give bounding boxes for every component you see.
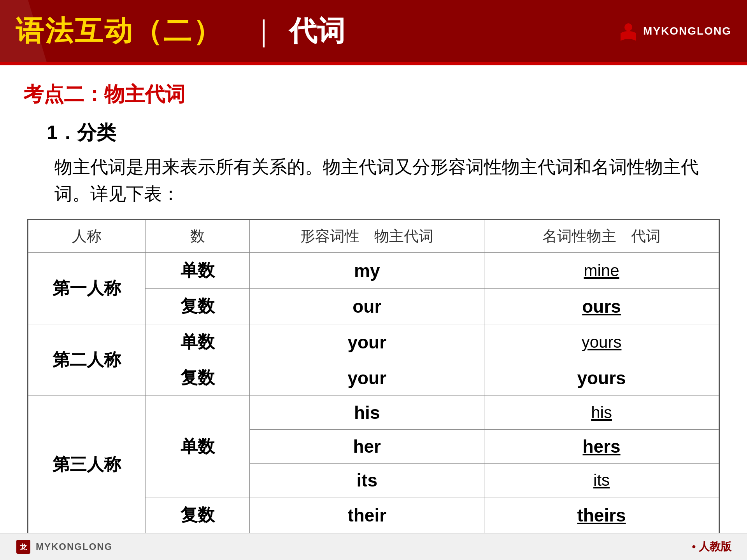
description: 物主代词是用来表示所有关系的。物主代词又分形容词性物主代词和名词性物主代词。详见… <box>54 154 724 207</box>
table-row: 第二人称 单数 your yours <box>28 324 719 360</box>
noun-yours-s: yours <box>484 324 719 360</box>
noun-ours: ours <box>484 289 719 324</box>
adj-your-p: your <box>250 360 484 396</box>
header-bottom-line <box>0 62 747 65</box>
header-xingrong: 形容词性 物主代词 <box>250 220 484 253</box>
noun-yours-p: yours <box>484 360 719 396</box>
person-1: 第一人称 <box>28 253 146 324</box>
num-plural-3: 复数 <box>146 497 250 533</box>
footer-right: 人教版 <box>692 539 731 554</box>
svg-text:龙: 龙 <box>19 543 27 551</box>
adj-his: his <box>250 396 484 430</box>
person-3: 第三人称 <box>28 396 146 533</box>
noun-hers: hers <box>484 430 719 464</box>
header-shu: 数 <box>146 220 250 253</box>
table-header-row: 人称 数 形容词性 物主代词 名词性物主 代词 <box>28 220 719 253</box>
header-logo: MYKONGLONG <box>617 19 731 43</box>
noun-its: its <box>484 464 719 497</box>
adj-its: its <box>250 464 484 497</box>
header-renshen: 人称 <box>28 220 146 253</box>
adj-her: her <box>250 430 484 464</box>
noun-mine: mine <box>484 253 719 289</box>
logo-icon <box>617 19 640 43</box>
adj-your-s: your <box>250 324 484 360</box>
noun-theirs: theirs <box>484 497 719 533</box>
sub-title: 1．分类 <box>47 120 724 146</box>
svg-point-0 <box>624 23 632 31</box>
table-row: 第一人称 单数 my mine <box>28 253 719 289</box>
table-row: 第三人称 单数 his his <box>28 396 719 430</box>
header: 语法互动（二） ｜ 代词 MYKONGLONG <box>0 0 747 62</box>
footer-brand: MYKONGLONG <box>36 541 112 552</box>
footer-left: 龙 MYKONGLONG <box>16 539 112 555</box>
header-mingci: 名词性物主 代词 <box>484 220 719 253</box>
num-single-2: 单数 <box>146 324 250 360</box>
num-plural-1: 复数 <box>146 289 250 324</box>
header-divider: ｜ <box>250 12 277 50</box>
noun-his: his <box>484 396 719 430</box>
num-single-3: 单数 <box>146 396 250 497</box>
adj-our: our <box>250 289 484 324</box>
num-plural-2: 复数 <box>146 360 250 396</box>
adj-their: their <box>250 497 484 533</box>
main-content: 考点二：物主代词 1．分类 物主代词是用来表示所有关系的。物主代词又分形容词性物… <box>0 65 747 557</box>
person-2: 第二人称 <box>28 324 146 396</box>
header-title-sub: 代词 <box>289 12 345 50</box>
header-title-cn: 语法互动（二） <box>16 12 223 50</box>
adj-my: my <box>250 253 484 289</box>
footer-logo-icon: 龙 <box>16 539 31 555</box>
num-single-1: 单数 <box>146 253 250 289</box>
section-title: 考点二：物主代词 <box>23 81 724 108</box>
pronoun-table: 人称 数 形容词性 物主代词 名词性物主 代词 第一人称 单数 my mine … <box>27 219 720 534</box>
logo-text: MYKONGLONG <box>643 25 731 37</box>
footer: 龙 MYKONGLONG 人教版 <box>0 533 747 560</box>
